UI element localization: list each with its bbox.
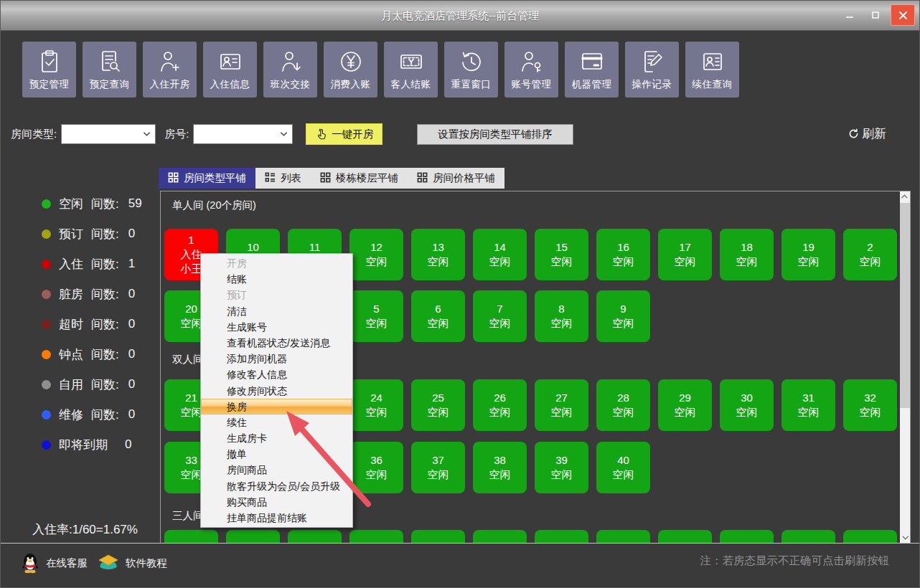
room-card-16[interactable]: 16空闲 (596, 229, 650, 280)
room-no-select[interactable] (193, 124, 293, 144)
toolbar-button-person-handover[interactable]: 班次交接 (263, 42, 317, 98)
menu-item-10[interactable]: 续住 (201, 414, 352, 430)
scroll-up-button[interactable] (900, 191, 910, 203)
room-card-29[interactable]: 29空闲 (658, 379, 712, 431)
maximize-button[interactable] (865, 4, 886, 26)
room-card-28[interactable]: 28空闲 (596, 379, 650, 431)
legend-unit: 间数: (91, 256, 119, 272)
room-card-2[interactable]: 2空闲 (843, 229, 897, 280)
room-card[interactable] (473, 530, 527, 544)
menu-item-1[interactable]: 结账 (201, 271, 352, 287)
grid-icon (168, 172, 179, 185)
menu-item-2: 预订 (201, 287, 352, 303)
software-tutorial-link[interactable]: 软件教程 (98, 554, 167, 572)
scroll-down-button[interactable] (900, 531, 910, 543)
room-card-5[interactable]: 5空闲 (349, 290, 403, 342)
room-card-18[interactable]: 18空闲 (720, 229, 774, 280)
menu-item-6[interactable]: 添加房间机器 (201, 351, 352, 366)
toolbar-button-reset-clock[interactable]: 重置窗口 (444, 42, 498, 98)
status-dot (42, 440, 51, 450)
menu-item-16[interactable]: 挂单商品提前结账 (201, 510, 352, 526)
room-card[interactable] (226, 530, 280, 544)
room-card[interactable] (164, 530, 218, 544)
legend-label: 入住 (59, 256, 83, 272)
toolbar-button-id-card[interactable]: 入住信息 (203, 42, 257, 98)
menu-item-5[interactable]: 查看机器状态/发送消息 (201, 335, 352, 351)
status-dot (42, 229, 51, 239)
room-card[interactable] (781, 530, 835, 544)
room-card-15[interactable]: 15空闲 (535, 229, 588, 280)
room-card[interactable] (535, 530, 588, 544)
room-card-39[interactable]: 39空闲 (535, 442, 588, 493)
toolbar-button-yen-circle[interactable]: 消费入账 (324, 42, 377, 98)
close-button[interactable] (891, 4, 915, 26)
legend-count: 0 (125, 437, 131, 452)
room-number: 1 (188, 233, 194, 247)
room-card-40[interactable]: 40空闲 (596, 442, 650, 493)
quick-open-room-button[interactable]: 一键开房 (306, 123, 382, 145)
menu-item-4[interactable]: 生成账号 (201, 319, 352, 335)
toolbar-button-edit-note[interactable]: 操作记录 (625, 42, 679, 98)
room-card-8[interactable]: 8空闲 (535, 290, 588, 342)
room-card-38[interactable]: 38空闲 (473, 442, 527, 493)
room-card[interactable] (349, 530, 403, 544)
menu-item-3[interactable]: 清洁 (201, 303, 352, 319)
room-card-19[interactable]: 19空闲 (781, 229, 835, 280)
refresh-button[interactable]: 刷新 (848, 125, 886, 142)
room-card[interactable] (596, 530, 650, 544)
room-card-13[interactable]: 13空闲 (411, 229, 465, 280)
menu-item-14[interactable]: 散客升级为会员/会员升级 (201, 478, 352, 494)
room-card[interactable] (720, 530, 774, 544)
room-card-26[interactable]: 26空闲 (473, 379, 527, 431)
room-card-31[interactable]: 31空闲 (781, 379, 835, 431)
room-card-25[interactable]: 25空闲 (411, 379, 465, 431)
legend-item-2: 入住间数:1 (42, 249, 142, 279)
toolbar-button-id-badge[interactable]: 续住查询 (685, 42, 739, 98)
room-card-7[interactable]: 7空闲 (473, 290, 527, 342)
tab-list[interactable]: 列表 (255, 168, 311, 189)
toolbar-button-person-key[interactable]: 账号管理 (504, 42, 558, 98)
toolbar-button-clipboard-check[interactable]: 预定管理 (22, 42, 76, 98)
status-note: 注：若房态显示不正确可点击刷新按钮 (700, 554, 890, 569)
toolbar-button-machine[interactable]: 机器管理 (565, 42, 619, 98)
menu-item-7[interactable]: 修改客人信息 (201, 366, 352, 382)
minimize-button[interactable] (839, 4, 860, 26)
menu-item-13[interactable]: 房间商品 (201, 462, 352, 478)
menu-item-15[interactable]: 购买商品 (201, 494, 352, 510)
room-card-6[interactable]: 6空闲 (411, 290, 465, 342)
tab-building-floor-tile[interactable]: 楼栋楼层平铺 (311, 168, 408, 189)
room-card-9[interactable]: 9空闲 (596, 290, 650, 342)
room-card-17[interactable]: 17空闲 (658, 229, 712, 280)
room-card-27[interactable]: 27空闲 (535, 379, 588, 431)
sort-by-room-type-button[interactable]: 设置按房间类型平铺排序 (417, 124, 573, 145)
room-card-36[interactable]: 36空闲 (349, 442, 403, 493)
tab-room-type-tile[interactable]: 房间类型平铺 (159, 168, 255, 189)
room-number: 38 (494, 453, 506, 468)
legend-count: 1 (128, 257, 135, 271)
toolbar-button-document-search[interactable]: 预定查询 (83, 42, 136, 98)
toolbar-button-person-add[interactable]: 入住开房 (143, 42, 197, 98)
legend-item-5: 钟点间数:0 (42, 339, 142, 369)
room-card-12[interactable]: 12空闲 (349, 229, 403, 280)
room-card-37[interactable]: 37空闲 (411, 442, 465, 493)
room-card-14[interactable]: 14空闲 (473, 229, 527, 280)
toolbar-button-yen-banknote[interactable]: 客人结账 (384, 42, 438, 98)
menu-item-11[interactable]: 生成房卡 (201, 430, 352, 446)
toolbar-button-label: 重置窗口 (451, 78, 492, 91)
menu-item-8[interactable]: 修改房间状态 (201, 383, 352, 399)
room-card[interactable] (288, 530, 342, 544)
scrollbar-thumb[interactable] (900, 203, 910, 408)
online-customer-service-link[interactable]: 在线客服 (21, 552, 88, 574)
room-card[interactable] (843, 530, 897, 544)
room-card[interactable] (658, 530, 712, 544)
room-card-24[interactable]: 24空闲 (349, 379, 403, 431)
room-card-30[interactable]: 30空闲 (720, 379, 774, 431)
room-guest: 小王 (181, 262, 202, 276)
vertical-scrollbar[interactable] (900, 191, 910, 543)
menu-item-12[interactable]: 撤单 (201, 446, 352, 462)
menu-item-9[interactable]: 换房 (201, 399, 352, 414)
room-card-32[interactable]: 32空闲 (843, 379, 897, 431)
room-card[interactable] (411, 530, 465, 544)
room-type-select[interactable] (61, 124, 156, 144)
tab-room-price-tile[interactable]: 房间价格平铺 (408, 168, 504, 189)
